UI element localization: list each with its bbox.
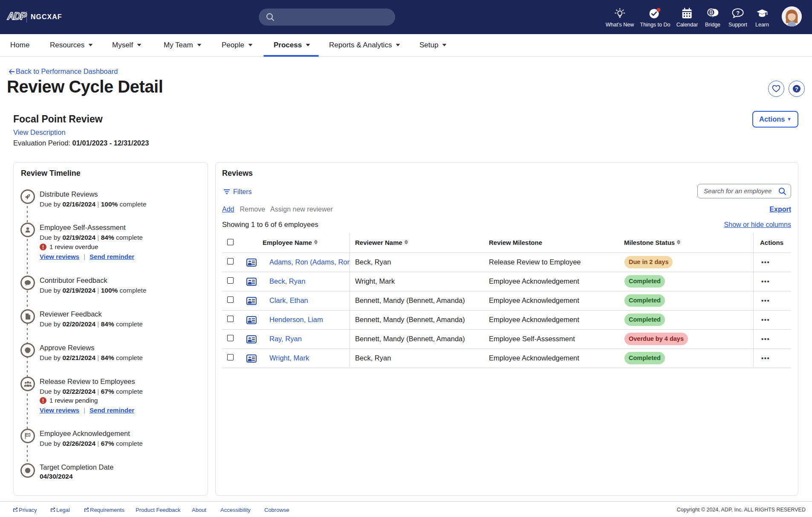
svg-text:?: ? — [795, 85, 798, 92]
svg-text:?: ? — [736, 10, 740, 16]
